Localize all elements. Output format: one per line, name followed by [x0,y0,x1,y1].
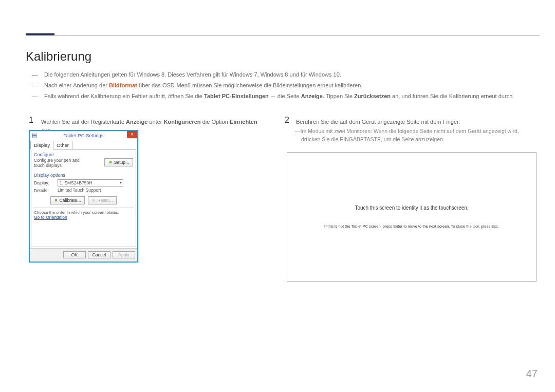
step-1-number: 1 [29,116,33,125]
orientation-link[interactable]: Go to Orientation [34,215,67,220]
touch-panel-main-text: Touch this screen to identity it as the … [355,205,468,211]
arrow-icon: → [270,93,276,99]
dialog-tabs: Display Other [30,140,137,149]
intro-note-2: ―Nach einer Änderung der Bildformat über… [38,82,540,89]
step-2-subnote: ―Im Modus mit zwei Monitoren: Wenn die f… [289,127,534,144]
ok-button[interactable]: OK [63,251,86,258]
tablet-pc-settings-dialog: ▤ Tablet PC Settings × Display Other Con… [29,130,138,263]
page-rule [26,35,540,35]
bold-segment: Anzeige [126,119,147,125]
text-segment: die Option [201,119,230,125]
display-select[interactable]: 1. SMS24B750H ▾ [58,179,123,186]
display-row-label: Display: [34,180,58,185]
note-text: Die folgenden Anleitungen gelten für Win… [44,71,341,78]
configure-group-label: Configure [34,152,133,157]
dialog-body: Display Other Configure Configure your p… [30,140,137,247]
gear-icon [54,198,58,202]
note-bold-2: Anzeige [301,93,323,99]
text-segment: Wählen Sie auf der Registerkarte [41,119,126,125]
monitor-icon: ▤ [32,132,38,138]
configure-description: Configure your pen and touch displays. [34,158,90,169]
note-text-post: über das OSD-Menü müssen Sie möglicherwe… [137,82,362,88]
step-2-number: 2 [285,116,289,125]
note-text-pre: Falls während der Kalibrierung ein Fehle… [44,93,204,99]
details-row-label: Details: [34,188,58,193]
note-bold-1: Tablet PC-Einstellungen [204,93,270,99]
step-2-text: Berühren Sie die auf dem Gerät angezeigt… [296,118,517,126]
intro-note-1: ―Die folgenden Anleitungen gelten für Wi… [38,71,540,79]
dialog-title-bar[interactable]: ▤ Tablet PC Settings × [30,131,137,140]
dialog-title: Tablet PC Settings [63,133,103,138]
divider [33,208,134,208]
subnote-text: Im Modus mit zwei Monitoren: Wenn die fo… [301,128,519,142]
section-heading: Kalibrierung [26,49,91,64]
touch-identify-panel[interactable]: Touch this screen to identity it as the … [287,152,536,282]
reset-button-label: Reset… [97,198,113,203]
dialog-footer: OK Cancel Apply [30,248,137,262]
gear-icon [108,160,113,164]
gear-icon [91,198,96,202]
tab-other[interactable]: Other [53,141,72,150]
setup-button[interactable]: Setup... [104,158,133,166]
apply-button[interactable]: Apply [113,251,135,258]
setup-button-label: Setup... [114,160,129,165]
display-row: Display: 1. SMS24B750H ▾ [34,179,133,186]
page-rule-accent [26,33,54,35]
close-icon[interactable]: × [127,131,137,138]
intro-note-3: ―Falls während der Kalibrierung ein Fehl… [38,92,540,100]
tab-panel-display: Configure Configure your pen and touch d… [31,149,136,247]
display-options-group-label: Display options [34,173,133,178]
orientation-description: Choose the order in which your screen ro… [34,210,133,215]
note-text-mid2: . Tippen Sie [323,93,354,99]
details-value: Limited Touch Support [58,188,101,193]
reset-button[interactable]: Reset… [88,196,117,204]
note-bold-3: Zurücksetzen [354,93,391,99]
touch-panel-sub-text: If this is not the Tablet PC screen, pre… [324,224,499,229]
note-text-pre: Nach einer Änderung der [44,82,109,88]
display-select-value: 1. SMS24B750H [60,180,92,185]
cancel-button[interactable]: Cancel [88,251,110,258]
details-row: Details: Limited Touch Support [34,188,133,193]
tab-display[interactable]: Display [30,141,53,150]
text-segment: unter [147,119,163,125]
bold-segment: Einrichten [230,119,257,125]
chevron-down-icon: ▾ [120,180,122,185]
calibrate-button[interactable]: Calibrate… [50,196,85,204]
calibrate-button-label: Calibrate… [60,198,82,203]
page-number: 47 [526,368,538,380]
note-text-mid1: die Seite [276,93,301,99]
note-highlight: Bildformat [109,82,137,88]
calibrate-reset-row: Calibrate… Reset… [34,196,133,204]
note-text-post: an, und führen Sie die Kalibrierung erne… [391,93,514,99]
bold-segment: Konfigurieren [163,119,200,125]
